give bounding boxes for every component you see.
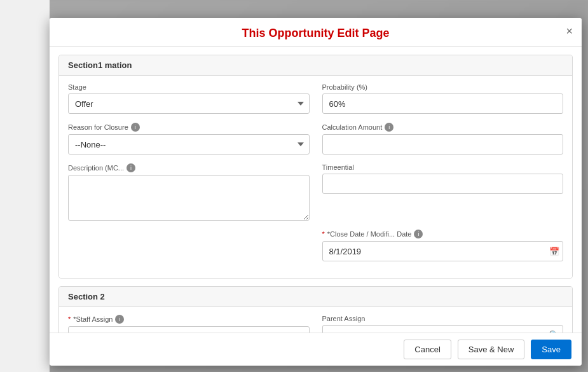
- opportunity-edit-modal: This Opportunity Edit Page × Section1 ma…: [50, 18, 582, 366]
- close-date-input[interactable]: [322, 241, 564, 261]
- section-2-body: * *Staff Assign i NF Parent Assign 🔍: [59, 307, 572, 333]
- stage-select[interactable]: Offer: [68, 93, 310, 114]
- close-date-label: * *Close Date / Modifi... Date i: [322, 230, 564, 238]
- field-description: Description (MC... i: [68, 163, 310, 221]
- calculation-amount-info-icon[interactable]: i: [385, 123, 393, 132]
- modal-footer: Cancel Save & New Save: [50, 333, 582, 366]
- modal-close-button[interactable]: ×: [566, 25, 573, 37]
- description-textarea[interactable]: [68, 175, 310, 221]
- stage-label: Stage: [68, 83, 310, 91]
- field-reason-close: Reason for Closure i --None--: [68, 123, 310, 155]
- modal-body: Section1 mation Stage Offer Probability …: [50, 47, 582, 333]
- time-input[interactable]: [322, 174, 564, 194]
- calendar-icon-button[interactable]: 📅: [549, 247, 559, 256]
- row-close-date: * *Close Date / Modifi... Date i 📅: [68, 230, 563, 261]
- section-1-header: Section1 mation: [59, 55, 572, 76]
- modal-header: This Opportunity Edit Page ×: [50, 18, 582, 47]
- section-2-header: Section 2: [59, 287, 572, 307]
- staff-assign-select[interactable]: NF: [68, 326, 310, 333]
- field-calculation-amount: Calculation Amount i: [322, 123, 564, 155]
- probability-input[interactable]: [322, 93, 564, 114]
- reason-close-label: Reason for Closure i: [68, 123, 310, 132]
- staff-assign-label: * *Staff Assign i: [68, 315, 310, 324]
- field-empty-left: [68, 230, 310, 261]
- section-1: Section1 mation Stage Offer Probability …: [58, 55, 573, 279]
- section-1-body: Stage Offer Probability (%) Reason f: [59, 76, 572, 278]
- probability-label: Probability (%): [322, 83, 564, 91]
- left-panel: [0, 0, 50, 372]
- row-staff-parent: * *Staff Assign i NF Parent Assign 🔍: [68, 315, 563, 333]
- field-stage: Stage Offer: [68, 83, 310, 114]
- section-2: Section 2 * *Staff Assign i NF: [58, 286, 573, 333]
- calculation-amount-input[interactable]: [322, 134, 564, 155]
- close-date-info-icon[interactable]: i: [414, 230, 423, 238]
- row-description-time: Description (MC... i Timeential: [68, 163, 563, 221]
- search-icon-button[interactable]: 🔍: [549, 330, 559, 333]
- field-probability: Probability (%): [322, 83, 564, 114]
- parent-assign-label: Parent Assign: [322, 315, 564, 322]
- field-time: Timeential: [322, 163, 564, 221]
- staff-assign-info-icon[interactable]: i: [115, 315, 124, 324]
- time-label: Timeential: [322, 163, 564, 171]
- field-close-date: * *Close Date / Modifi... Date i 📅: [322, 230, 564, 261]
- reason-close-info-icon[interactable]: i: [131, 123, 140, 132]
- field-parent-assign: Parent Assign 🔍: [322, 315, 564, 333]
- field-staff-assign: * *Staff Assign i NF: [68, 315, 310, 333]
- row-reason-amount: Reason for Closure i --None-- Calculatio…: [68, 123, 563, 155]
- modal-title: This Opportunity Edit Page: [242, 27, 389, 40]
- description-label: Description (MC... i: [68, 163, 310, 172]
- search-accounts-wrapper: 🔍: [322, 325, 564, 333]
- description-info-icon[interactable]: i: [126, 163, 135, 172]
- row-stage-probability: Stage Offer Probability (%): [68, 83, 563, 114]
- save-button[interactable]: Save: [531, 340, 571, 359]
- cancel-button[interactable]: Cancel: [404, 340, 451, 359]
- search-accounts-input[interactable]: [322, 325, 564, 333]
- reason-close-select[interactable]: --None--: [68, 134, 310, 155]
- calculation-amount-label: Calculation Amount i: [322, 123, 564, 132]
- save-new-button[interactable]: Save & New: [458, 340, 525, 359]
- close-date-input-wrapper: 📅: [322, 241, 564, 261]
